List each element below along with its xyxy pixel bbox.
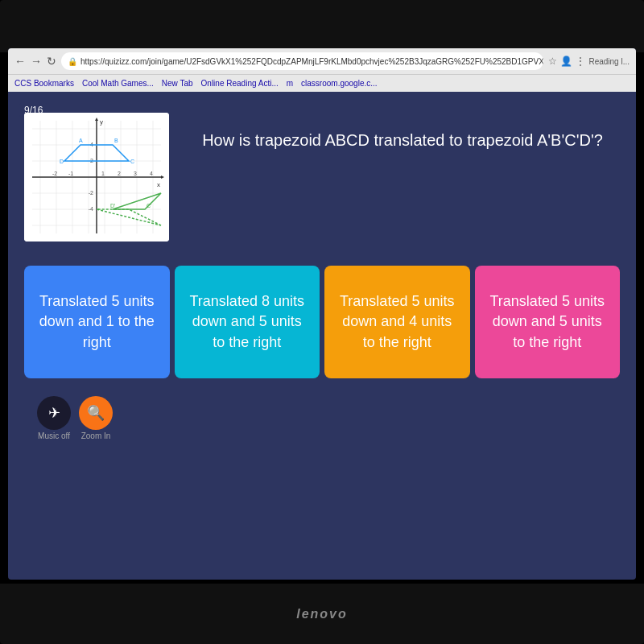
star-icon[interactable]: ☆ <box>548 56 557 67</box>
answer-card-2[interactable]: Translated 8 units down and 5 units to t… <box>175 266 320 378</box>
svg-text:3: 3 <box>134 171 137 176</box>
browser-icons: ☆ 👤 ⋮ Reading l... <box>548 56 630 67</box>
answer-card-4[interactable]: Translated 5 units down and 5 units to t… <box>475 266 621 378</box>
answer-text-2: Translated 8 units down and 5 units to t… <box>188 291 308 353</box>
bookmark-classroom[interactable]: classroom.google.c... <box>301 79 378 88</box>
svg-text:-4: -4 <box>89 206 93 212</box>
svg-text:-2: -2 <box>52 171 57 176</box>
svg-text:2: 2 <box>118 171 121 176</box>
svg-text:C': C' <box>147 203 151 208</box>
question-text: How is trapezoid ABCD translated to trap… <box>185 113 620 151</box>
bookmark-newtab[interactable]: New Tab <box>162 79 193 88</box>
svg-text:D': D' <box>110 203 115 208</box>
reading-list-icon[interactable]: Reading l... <box>588 57 630 66</box>
music-control-wrap: ✈ Music off <box>37 396 71 440</box>
answer-text-4: Translated 5 units down and 5 units to t… <box>488 291 608 353</box>
svg-text:D: D <box>60 159 64 164</box>
forward-button[interactable]: → <box>31 55 42 68</box>
answer-card-1[interactable]: Translated 5 units down and 1 to the rig… <box>24 266 170 378</box>
svg-text:C: C <box>130 159 134 164</box>
bookmarks-bar: CCS Bookmarks Cool Math Games... New Tab… <box>8 74 636 92</box>
url-text: https://quizizz.com/join/game/U2FsdGVkX1… <box>80 57 543 66</box>
refresh-button[interactable]: ↻ <box>47 55 56 68</box>
zoom-control-wrap: 🔍 Zoom In <box>79 396 113 440</box>
back-button[interactable]: ← <box>14 55 26 68</box>
menu-icon[interactable]: ⋮ <box>576 56 585 67</box>
browser-bar: ← → ↻ 🔒 https://quizizz.com/join/game/U2… <box>8 48 636 74</box>
svg-text:x: x <box>157 181 160 188</box>
address-bar[interactable]: 🔒 https://quizizz.com/join/game/U2FsdGVk… <box>61 52 543 70</box>
svg-text:1: 1 <box>101 171 105 176</box>
lenovo-logo: lenovo <box>296 607 348 621</box>
answer-text-3: Translated 5 units down and 4 units to t… <box>337 291 457 353</box>
svg-text:y: y <box>100 118 103 126</box>
bookmark-mathgames[interactable]: Cool Math Games... <box>82 79 154 88</box>
zoom-in-button[interactable]: 🔍 <box>79 396 113 430</box>
quiz-header: x y -2 -1 1 2 3 4 4 2 -2 -4 <box>24 105 620 250</box>
answer-text-1: Translated 5 units down and 1 to the rig… <box>37 291 157 353</box>
graph-container: x y -2 -1 1 2 3 4 4 2 -2 -4 <box>24 113 169 242</box>
music-off-button[interactable]: ✈ <box>37 396 71 430</box>
answers-grid: Translated 5 units down and 1 to the rig… <box>24 266 620 378</box>
quiz-area: x y -2 -1 1 2 3 4 4 2 -2 -4 <box>8 92 636 460</box>
laptop-screen: ← → ↻ 🔒 https://quizizz.com/join/game/U2… <box>8 48 636 580</box>
bottom-controls: ✈ Music off 🔍 Zoom In <box>24 390 620 447</box>
bookmark-m[interactable]: m <box>287 79 293 88</box>
music-label: Music off <box>38 431 70 440</box>
svg-text:4: 4 <box>150 171 153 176</box>
bookmark-ccs[interactable]: CCS Bookmarks <box>14 79 74 88</box>
coordinate-graph: x y -2 -1 1 2 3 4 4 2 -2 -4 <box>24 113 169 242</box>
zoom-label: Zoom In <box>81 431 111 440</box>
svg-text:B: B <box>114 138 118 143</box>
svg-text:A: A <box>79 138 83 143</box>
svg-text:-1: -1 <box>68 171 73 176</box>
lock-icon: 🔒 <box>68 57 77 66</box>
svg-text:-2: -2 <box>89 190 93 196</box>
answer-card-3[interactable]: Translated 5 units down and 4 units to t… <box>324 266 470 378</box>
bookmark-reading[interactable]: Online Reading Acti... <box>201 79 279 88</box>
profile-icon[interactable]: 👤 <box>560 56 572 67</box>
